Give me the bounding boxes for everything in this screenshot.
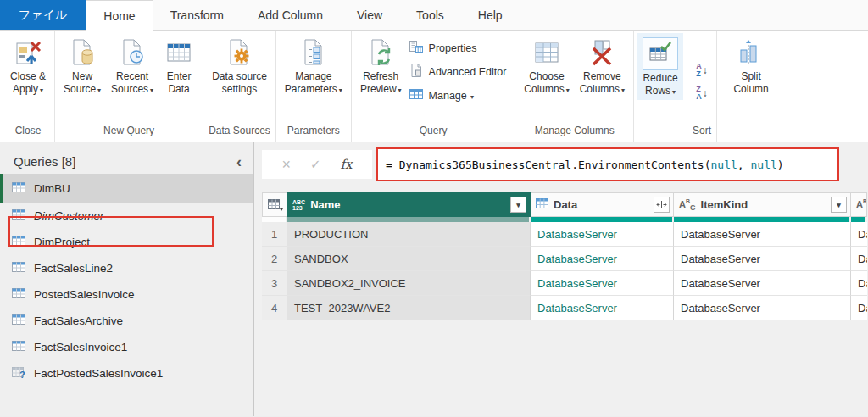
- refresh-preview-button[interactable]: Refresh Preview▾: [355, 33, 407, 98]
- remove-columns-icon: [587, 37, 617, 68]
- reduce-rows-label-1: Reduce: [643, 72, 677, 85]
- row-number: 3: [262, 271, 287, 296]
- formula-input[interactable]: = Dynamics365BusinessCentral.Environment…: [376, 147, 839, 181]
- group-label-parameters: Parameters: [280, 122, 348, 142]
- formula-separator: ,: [737, 158, 751, 171]
- table-row[interactable]: 2 SANDBOX DatabaseServer DatabaseServer …: [262, 247, 867, 271]
- cell-itemkind[interactable]: DatabaseServer: [674, 271, 851, 296]
- recent-sources-icon: [117, 37, 147, 68]
- cell-data-link[interactable]: DatabaseServer: [531, 271, 674, 296]
- chevron-down-icon: ▾: [150, 86, 153, 94]
- cell-data-link[interactable]: DatabaseServer: [531, 296, 674, 320]
- column-header-data[interactable]: Data: [531, 192, 674, 217]
- column-header-partial[interactable]: ABC: [851, 192, 867, 217]
- query-item-factsalesline2[interactable]: FactSalesLine2: [0, 255, 253, 281]
- group-label-close: Close: [5, 122, 51, 142]
- remove-columns-button[interactable]: Remove Columns▾: [575, 33, 630, 98]
- collapse-pane-chevron-icon[interactable]: ‹: [236, 156, 242, 168]
- cell-partial[interactable]: Da: [851, 271, 867, 296]
- split-column-icon: [736, 37, 766, 68]
- recent-sources-button[interactable]: Recent Sources▾: [106, 33, 159, 98]
- enter-data-button[interactable]: Enter Data: [159, 33, 199, 97]
- table-row[interactable]: 1 PRODUCTION DatabaseServer DatabaseServ…: [262, 222, 867, 247]
- refresh-preview-label-1: Refresh: [363, 70, 398, 83]
- chevron-down-icon: ▾: [40, 86, 43, 94]
- reduce-rows-button[interactable]: Reduce Rows▾: [637, 33, 683, 100]
- new-source-label-2: Source: [64, 83, 96, 95]
- type-text-icon: ABC: [679, 198, 696, 212]
- close-and-apply-button[interactable]: Close & Apply▾: [5, 33, 51, 98]
- editor-content: Queries [8] ‹ DimBU DimCustomer: [0, 142, 868, 416]
- cell-data-link[interactable]: DatabaseServer: [531, 222, 674, 247]
- ribbon-group-reduce-rows: Reduce Rows▾: [634, 31, 687, 142]
- query-item-factsalesinvoice1[interactable]: FactSalesInvoice1: [0, 334, 253, 360]
- query-item-label: DimProject: [34, 236, 90, 248]
- cell-itemkind[interactable]: DatabaseServer: [674, 222, 851, 247]
- tab-add-column[interactable]: Add Column: [241, 0, 340, 31]
- cell-name[interactable]: PRODUCTION: [287, 222, 531, 247]
- tab-home[interactable]: Home: [86, 0, 153, 31]
- group-label-reduce-rows: [637, 134, 683, 142]
- new-source-icon: [67, 37, 97, 68]
- cancel-formula-icon[interactable]: ×: [281, 156, 291, 174]
- formula-null-1: null: [711, 158, 737, 171]
- choose-columns-button[interactable]: Choose Columns▾: [519, 33, 574, 98]
- expand-column-icon[interactable]: [654, 197, 670, 213]
- cell-name[interactable]: SANDBOX: [287, 247, 531, 271]
- cell-itemkind[interactable]: DatabaseServer: [674, 247, 851, 271]
- sort-ascending-button[interactable]: A Z ↓: [696, 63, 708, 78]
- sort-descending-button[interactable]: Z A ↓: [696, 86, 708, 101]
- tab-view[interactable]: View: [340, 0, 399, 31]
- properties-label: Properties: [429, 42, 477, 54]
- query-item-label: FactSalesInvoice1: [34, 341, 127, 353]
- ribbon-group-parameters: Manage Parameters▾ Parameters: [276, 31, 352, 142]
- ribbon-group-manage-columns: Choose Columns▾ Remove Columns▾ Manage C…: [515, 31, 634, 142]
- column-header-name[interactable]: ABC 123 Name ▾: [287, 192, 531, 217]
- cell-partial[interactable]: Da: [851, 296, 867, 320]
- column-header-itemkind[interactable]: ABC ItemKind ▾: [674, 192, 851, 217]
- query-item-dimbu[interactable]: DimBU: [0, 174, 253, 203]
- filter-dropdown-icon[interactable]: ▾: [831, 197, 847, 213]
- properties-button[interactable]: Properties: [409, 39, 507, 57]
- tab-transform[interactable]: Transform: [153, 0, 241, 31]
- accept-formula-icon[interactable]: ✓: [310, 157, 321, 172]
- ribbon-group-query: Refresh Preview▾ Properties: [352, 31, 515, 142]
- formula-bar-buttons: × ✓ fx: [262, 150, 372, 179]
- table-icon: [12, 260, 25, 276]
- table-header-row: ABC 123 Name ▾ Data ABC: [262, 192, 867, 217]
- cell-itemkind[interactable]: DatabaseServer: [674, 296, 851, 320]
- table-row[interactable]: 4 TEST_2023WAVE2 DatabaseServer Database…: [262, 296, 867, 320]
- fx-icon[interactable]: fx: [340, 157, 352, 172]
- queries-pane: Queries [8] ‹ DimBU DimCustomer: [0, 142, 254, 416]
- query-item-factpostedsalesinvoice1[interactable]: ? FactPostedSalesInvoice1: [0, 360, 253, 386]
- table-icon: [12, 313, 25, 329]
- cell-name[interactable]: TEST_2023WAVE2: [287, 296, 531, 320]
- tab-help[interactable]: Help: [461, 0, 520, 31]
- data-source-settings-button[interactable]: Data source settings: [207, 33, 272, 97]
- query-item-dimproject[interactable]: DimProject: [0, 229, 253, 255]
- cell-data-link[interactable]: DatabaseServer: [531, 247, 674, 271]
- query-item-label: FactSalesLine2: [34, 262, 113, 275]
- manage-parameters-label-1: Manage: [295, 70, 331, 83]
- new-source-button[interactable]: New Source▾: [58, 33, 106, 98]
- filter-dropdown-icon[interactable]: ▾: [510, 197, 526, 213]
- properties-icon: [409, 39, 424, 57]
- chevron-down-icon: ▾: [97, 86, 101, 94]
- query-item-postedsalesinvoice[interactable]: PostedSalesInvoice: [0, 281, 253, 308]
- query-item-factsalesarchive[interactable]: FactSalesArchive: [0, 308, 253, 334]
- tab-file[interactable]: ファイル: [0, 0, 86, 31]
- select-all-corner-button[interactable]: [262, 192, 287, 217]
- cell-name[interactable]: SANDBOX2_INVOICE: [287, 271, 531, 296]
- cell-partial[interactable]: Da: [851, 247, 867, 271]
- selected-indicator-bar: [0, 174, 3, 203]
- enter-data-label-2: Data: [168, 83, 189, 96]
- tab-tools[interactable]: Tools: [399, 0, 461, 31]
- split-column-button[interactable]: Split Column: [728, 33, 773, 97]
- manage-button[interactable]: Manage ▾: [409, 86, 507, 104]
- manage-parameters-button[interactable]: Manage Parameters▾: [280, 33, 348, 98]
- table-row[interactable]: 3 SANDBOX2_INVOICE DatabaseServer Databa…: [262, 271, 867, 296]
- query-item-dimcustomer[interactable]: DimCustomer: [0, 203, 253, 229]
- table-question-icon: ?: [12, 365, 25, 381]
- cell-partial[interactable]: Da: [851, 222, 867, 247]
- advanced-editor-button[interactable]: Advanced Editor: [409, 63, 507, 81]
